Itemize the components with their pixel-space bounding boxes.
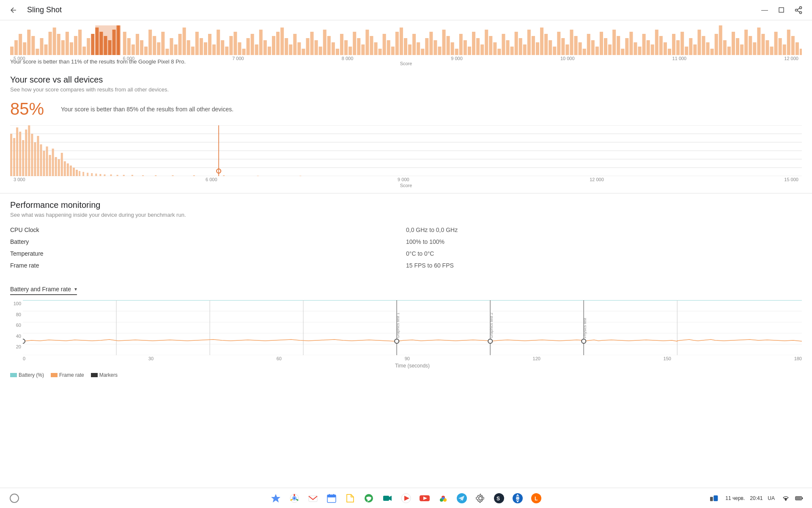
star-icon: [270, 492, 282, 504]
taskbar-icon-telegram[interactable]: [454, 491, 469, 506]
svg-rect-149: [612, 30, 616, 55]
metric-label-2: Temperature: [10, 248, 406, 259]
svg-rect-169: [697, 30, 701, 55]
svg-point-285: [442, 497, 444, 500]
svg-rect-220: [67, 163, 69, 176]
svg-rect-105: [425, 38, 428, 55]
score-vs-content: 85% Your score is better than 85% of the…: [10, 99, 802, 119]
svg-rect-158: [651, 44, 654, 55]
taskbar-icon-files[interactable]: [343, 491, 358, 506]
share-button[interactable]: [792, 3, 805, 17]
svg-rect-16: [53, 28, 56, 55]
svg-rect-191: [791, 36, 795, 55]
svg-rect-155: [638, 47, 642, 55]
svg-rect-79: [315, 40, 318, 55]
svg-rect-97: [391, 47, 395, 55]
svg-rect-59: [229, 36, 233, 55]
x-label-180: 180: [794, 356, 802, 361]
taskbar-icon-meet[interactable]: [380, 491, 395, 506]
perf-chart-svg: Graphics test 1 Graphics test 2 Physics …: [23, 300, 802, 355]
dist-x-labels: 3 000 6 000 9 000 12 000 15 000: [10, 176, 802, 182]
svg-rect-160: [659, 36, 663, 55]
taskbar-icon-photos[interactable]: [436, 491, 451, 506]
svg-rect-179: [740, 44, 743, 55]
svg-rect-34: [123, 32, 126, 55]
svg-rect-114: [464, 40, 467, 55]
taskbar-icon-vpn[interactable]: [510, 491, 525, 506]
svg-rect-91: [365, 30, 369, 55]
svg-line-4: [797, 11, 800, 12]
svg-rect-299: [796, 497, 801, 500]
svg-rect-0: [779, 8, 784, 12]
legend-battery-color: [10, 373, 17, 377]
taskbar-icon-settings[interactable]: [473, 491, 488, 506]
svg-rect-56: [217, 30, 220, 55]
svg-rect-122: [497, 49, 501, 55]
taskbar-icon-youtube[interactable]: [417, 491, 432, 506]
svg-rect-8: [19, 34, 22, 55]
svg-rect-231: [99, 174, 101, 176]
taskbar-time: 20:41: [750, 495, 763, 501]
svg-rect-75: [297, 42, 301, 55]
svg-rect-126: [515, 32, 518, 55]
svg-rect-217: [58, 159, 60, 176]
svg-rect-183: [757, 28, 760, 55]
svg-rect-188: [779, 38, 782, 55]
taskbar-icon-steam[interactable]: S: [491, 491, 507, 506]
svg-rect-135: [553, 47, 556, 55]
svg-marker-267: [271, 494, 280, 502]
svg-rect-20: [66, 32, 69, 55]
svg-rect-214: [49, 155, 51, 176]
svg-point-2: [796, 9, 798, 11]
taskbar-icon-extra[interactable]: L: [529, 491, 544, 506]
svg-rect-243: [299, 176, 301, 176]
taskbar-icon-star[interactable]: [268, 491, 283, 506]
back-button[interactable]: [7, 3, 20, 17]
svg-rect-272: [309, 496, 317, 502]
svg-rect-242: [257, 176, 259, 176]
svg-rect-180: [744, 30, 748, 55]
svg-rect-10: [27, 30, 30, 55]
perf-subtitle: See what was happening inside your devic…: [10, 212, 802, 218]
svg-rect-36: [132, 44, 135, 55]
svg-point-271: [293, 497, 296, 500]
svg-rect-168: [693, 44, 697, 55]
svg-rect-74: [293, 34, 296, 55]
score-vs-section: Your score vs all devices See how your s…: [0, 68, 812, 193]
gmail-icon: [307, 492, 319, 504]
svg-rect-172: [710, 49, 714, 55]
x-label-150: 150: [664, 356, 671, 361]
distribution-svg: [10, 125, 802, 176]
svg-point-263: [582, 339, 586, 343]
taskbar-icon-calendar[interactable]: [324, 491, 339, 506]
svg-rect-219: [64, 161, 66, 176]
svg-rect-49: [187, 40, 190, 55]
svg-rect-55: [212, 44, 216, 55]
svg-rect-208: [31, 134, 33, 176]
home-button[interactable]: [7, 491, 22, 506]
svg-rect-235: [123, 175, 125, 176]
taskbar-icon-gmail[interactable]: [305, 491, 321, 506]
chrome-icon: [288, 492, 300, 504]
svg-rect-143: [587, 34, 590, 55]
svg-rect-63: [247, 38, 250, 55]
svg-rect-204: [19, 132, 21, 176]
taskbar: S L: [0, 488, 812, 508]
svg-rect-121: [493, 42, 497, 55]
svg-rect-69: [272, 36, 275, 55]
svg-rect-202: [13, 138, 15, 176]
svg-rect-187: [774, 32, 778, 55]
svg-rect-213: [46, 146, 48, 176]
y-axis-labels: 100 80 60 40 20: [10, 300, 23, 355]
svg-rect-92: [370, 36, 373, 55]
chart-type-dropdown[interactable]: Battery and Frame rate ▾: [10, 286, 77, 295]
taskbar-icon-chrome[interactable]: [287, 491, 302, 506]
taskbar-icon-chat[interactable]: [361, 491, 376, 506]
restore-button[interactable]: [775, 3, 788, 17]
svg-rect-144: [591, 40, 595, 55]
taskbar-icon-play[interactable]: [398, 491, 414, 506]
score-percent: 85%: [10, 99, 44, 119]
svg-rect-12: [36, 49, 39, 55]
svg-rect-145: [595, 47, 599, 55]
minimize-button[interactable]: —: [758, 3, 771, 17]
